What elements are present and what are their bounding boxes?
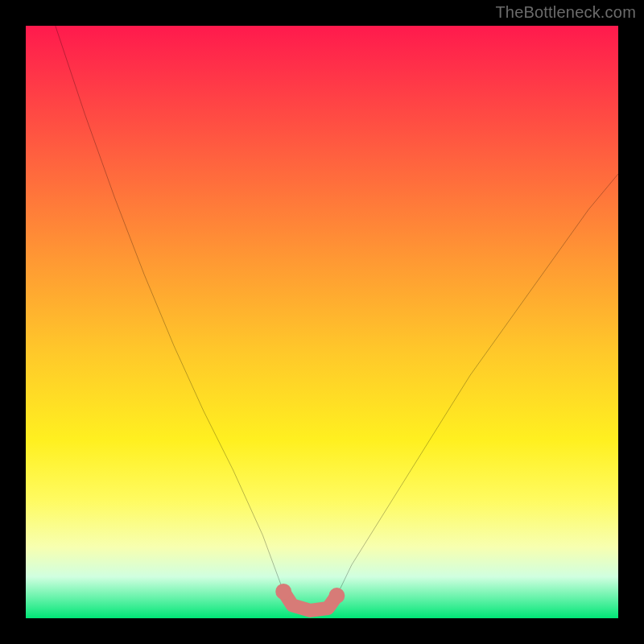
highlight-endpoint [328,588,345,604]
highlight-path [283,592,336,611]
main-curve [56,26,618,610]
highlight-endpoint [275,584,291,600]
bottleneck-curve [56,26,618,610]
highlight-segment [275,584,345,610]
chart-frame: TheBottleneck.com [0,0,644,644]
chart-svg [26,26,618,618]
watermark-text: TheBottleneck.com [495,3,636,22]
